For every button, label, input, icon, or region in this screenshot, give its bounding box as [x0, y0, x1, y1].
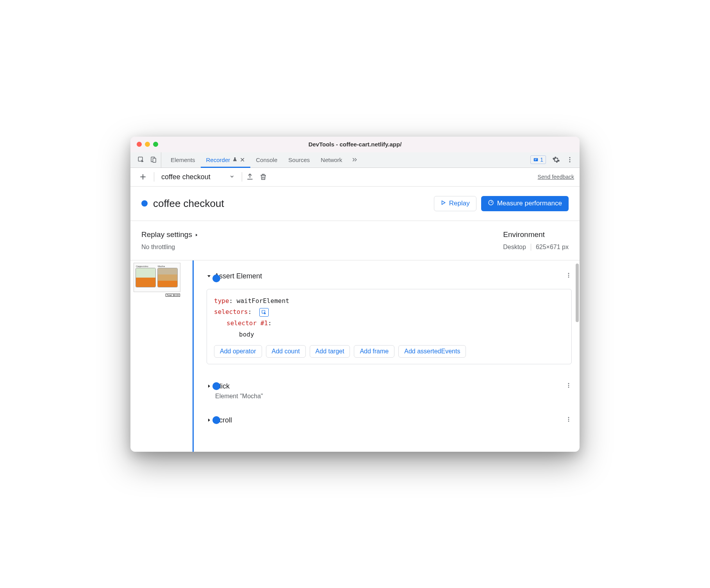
svg-point-9	[568, 274, 569, 276]
add-count-button[interactable]: Add count	[266, 345, 306, 358]
throttling-value: No throttling	[141, 244, 198, 251]
collapse-triangle-icon[interactable]	[207, 382, 211, 390]
header-actions: Replay Measure performance	[434, 196, 569, 211]
svg-point-12	[568, 383, 569, 384]
inspect-element-icon[interactable]	[137, 156, 144, 163]
play-icon	[441, 200, 446, 207]
tab-console[interactable]: Console	[250, 152, 283, 167]
tabs-bar: Elements Recorder ✕ Console Sources Netw…	[130, 152, 580, 168]
divider	[242, 172, 242, 182]
step-more-icon[interactable]	[566, 416, 572, 424]
tab-sources[interactable]: Sources	[283, 152, 315, 167]
action-buttons: Add operator Add count Add target Add fr…	[214, 345, 564, 358]
expand-triangle-icon[interactable]	[207, 272, 211, 280]
svg-point-13	[568, 385, 569, 386]
gauge-icon	[488, 200, 494, 208]
tab-recorder[interactable]: Recorder ✕	[201, 152, 251, 167]
more-tabs-button[interactable]	[348, 152, 362, 167]
add-asserted-events-button[interactable]: Add assertedEvents	[398, 345, 466, 358]
recording-dropdown[interactable]: coffee checkout	[158, 173, 238, 181]
status-indicator	[141, 200, 148, 207]
tab-network[interactable]: Network	[315, 152, 348, 167]
add-frame-button[interactable]: Add frame	[354, 345, 394, 358]
devtools-window: DevTools - coffee-cart.netlify.app/ Elem…	[130, 137, 580, 452]
tabs-container: Elements Recorder ✕ Console Sources Netw…	[165, 152, 362, 167]
timeline-dot	[212, 274, 220, 282]
traffic-lights	[137, 142, 158, 147]
step-more-icon[interactable]	[566, 272, 572, 280]
replay-settings: Replay settings No throttling	[141, 230, 198, 251]
tabs-right-controls: 1	[530, 152, 576, 167]
steps-area: Cappuccino Mocha Total: $0.00 Assert E	[130, 260, 580, 452]
flask-icon	[232, 157, 237, 163]
collapse-triangle-icon[interactable]	[207, 416, 211, 424]
svg-point-17	[568, 421, 569, 422]
svg-point-14	[568, 387, 569, 388]
svg-point-15	[568, 417, 569, 418]
divider	[154, 172, 154, 182]
timeline-dot	[212, 382, 220, 390]
chevron-right-icon	[194, 230, 198, 239]
replay-settings-toggle[interactable]: Replay settings	[141, 230, 198, 239]
svg-point-16	[568, 419, 569, 420]
titlebar: DevTools - coffee-cart.netlify.app/	[130, 137, 580, 152]
step-body: type: waitForElement selectors: selector…	[207, 289, 572, 364]
settings-icon[interactable]	[552, 156, 560, 164]
issues-badge[interactable]: 1	[530, 155, 546, 164]
tab-elements[interactable]: Elements	[165, 152, 201, 167]
add-operator-button[interactable]: Add operator	[214, 345, 262, 358]
environment-label: Environment	[503, 230, 569, 239]
timeline: Assert Element type: waitForElement sele…	[183, 260, 580, 452]
environment-block: Environment Desktop 625×671 px	[503, 230, 569, 251]
add-target-button[interactable]: Add target	[310, 345, 350, 358]
step-click: Click Element "Mocha"	[207, 380, 580, 400]
export-icon[interactable]	[246, 173, 254, 181]
timeline-dot	[212, 416, 220, 424]
svg-point-4	[569, 157, 571, 158]
new-recording-button[interactable]	[136, 171, 150, 183]
divider	[531, 244, 531, 251]
recording-title: coffee checkout	[153, 198, 224, 210]
step-assert-element: Assert Element type: waitForElement sele…	[207, 260, 580, 364]
screenshot-thumbnail[interactable]: Cappuccino Mocha Total: $0.00	[130, 260, 183, 452]
chevron-down-icon	[229, 173, 235, 181]
scrollbar[interactable]	[576, 264, 579, 322]
send-feedback-link[interactable]: Send feedback	[538, 174, 574, 180]
window-title: DevTools - coffee-cart.netlify.app/	[137, 141, 573, 148]
device-toggle-icon[interactable]	[150, 156, 157, 163]
close-window-button[interactable]	[137, 142, 142, 147]
svg-point-8	[568, 273, 569, 274]
svg-point-6	[569, 161, 571, 162]
environment-details: Desktop 625×671 px	[503, 244, 569, 251]
recorder-toolbar: coffee checkout Send feedback	[130, 168, 580, 187]
close-tab-icon[interactable]: ✕	[240, 156, 245, 164]
svg-point-5	[569, 159, 571, 160]
svg-rect-2	[153, 158, 156, 162]
timeline-line	[193, 260, 194, 452]
step-more-icon[interactable]	[566, 382, 572, 390]
step-subtitle: Element "Mocha"	[215, 393, 580, 400]
step-scroll: Scroll	[207, 414, 580, 427]
minimize-window-button[interactable]	[145, 142, 150, 147]
dimensions-value: 625×671 px	[536, 244, 569, 251]
svg-point-10	[568, 276, 569, 278]
step-title: Assert Element	[214, 272, 262, 280]
device-value: Desktop	[503, 244, 526, 251]
recording-header: coffee checkout Replay Measure performan…	[130, 187, 580, 221]
measure-performance-button[interactable]: Measure performance	[481, 196, 569, 211]
inspect-controls	[134, 152, 161, 167]
replay-button[interactable]: Replay	[434, 196, 476, 211]
more-menu-icon[interactable]	[566, 156, 573, 163]
settings-row: Replay settings No throttling Environmen…	[130, 221, 580, 260]
select-element-icon[interactable]	[259, 308, 269, 317]
delete-icon[interactable]	[259, 173, 267, 181]
maximize-window-button[interactable]	[153, 142, 158, 147]
